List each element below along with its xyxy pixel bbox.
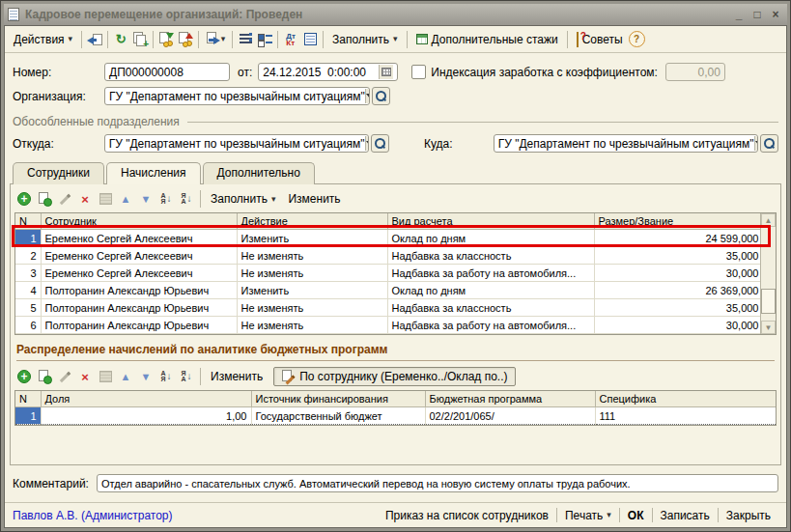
date-field[interactable]: 24.12.2015 0:00:00 [258,63,398,81]
close-button[interactable]: × [768,8,783,21]
end-edit-button[interactable] [96,367,115,386]
copy-add-icon [37,191,52,207]
selection-settings-icon [257,32,272,47]
dropdown-button[interactable] [754,136,759,151]
tab-employees[interactable]: Сотрудники [13,162,104,184]
copy-row-button[interactable] [35,189,54,209]
comment-field[interactable]: Отдел аварийно - спасательных служб. Авт… [97,474,778,492]
organization-row: Организация: ГУ "Департамент по чрезвыча… [13,87,778,105]
table-row[interactable]: 1 Еременко Сергей Алексеевич Изменить Ок… [15,230,763,247]
post-document-button[interactable] [156,30,176,49]
help-button[interactable]: ? [629,31,645,47]
save-button[interactable]: Записать [653,507,718,524]
movements-report-button[interactable] [300,30,320,49]
document-icon [8,8,19,21]
from-lookup-button[interactable] [371,134,389,153]
table-row-partial[interactable]: 7 Еременко Сергей Алексеевич Изменить Ок… [15,334,763,336]
tips-button[interactable]: ? Советы [571,30,629,49]
edit-row-button[interactable] [55,189,74,209]
cell-employee: Еременко Сергей Алексеевич [41,265,237,282]
move-down-button[interactable]: ▼ [136,367,155,386]
end-edit-icon [99,193,112,205]
scroll-up-button[interactable]: ▲ [761,213,776,227]
actions-label: Действия [14,33,65,46]
filter-label: По сотруднику (Еременко../Оклад по..) [299,370,507,383]
tab-additional[interactable]: Дополнительно [203,162,315,184]
table-row[interactable]: 6 Полторанин Александр Юрьевич Не изменя… [15,317,763,334]
list-settings-icon [238,32,253,47]
copy-add-button[interactable]: + [130,30,150,49]
cell-amount: 30,000 [594,317,763,334]
selection-settings-button[interactable] [255,30,274,49]
scroll-thumb[interactable] [761,289,776,314]
cell-amount: 35,000 [594,299,763,317]
reread-button[interactable] [85,30,104,49]
organization-lookup-button[interactable] [372,87,390,105]
indexation-checkbox[interactable] [411,65,426,79]
to-field[interactable]: ГУ "Департамент по чрезвычайным ситуация… [494,134,758,153]
refresh-button[interactable]: ↻ [111,30,130,49]
table-row[interactable]: 5 Полторанин Александр Юрьевич Не изменя… [15,299,763,317]
add-row-button[interactable]: + [14,189,34,209]
col-employee: Сотрудник [41,213,237,230]
tab-accruals[interactable]: Начисления [106,162,201,184]
table-row[interactable]: 2 Еременко Сергей Алексеевич Не изменять… [15,247,763,265]
chevron-down-icon: ▾ [271,195,276,204]
accruals-fill-button[interactable]: Заполнить ▾ [205,189,281,209]
fill-menu-button[interactable]: Заполнить ▾ [326,30,403,49]
number-field[interactable]: ДП000000008 [104,63,230,81]
fill-label: Заполнить [211,192,268,206]
chevron-down-icon: ▾ [607,511,611,519]
close-window-button[interactable]: Закрыть [719,507,778,524]
dropdown-button[interactable] [365,136,370,151]
table-row[interactable]: 4 Полторанин Александр Юрьевич Изменить … [15,282,763,299]
end-edit-button[interactable] [96,189,115,209]
current-user-label: Павлов А.В. (Администратор) [13,509,173,522]
minimize-button[interactable]: _ [731,8,747,21]
table-row[interactable]: 1 1,00 Государственный бюджет 02/2/201/0… [15,407,777,425]
go-to-button[interactable]: ▾ [202,30,229,49]
calendar-button[interactable] [379,65,393,79]
accruals-change-button[interactable]: Изменить [282,189,346,209]
table-row[interactable]: 3 Еременко Сергей Алексеевич Не изменять… [15,265,763,282]
fill-label: Заполнить [332,33,389,46]
actions-menu-button[interactable]: Действия ▾ [8,30,78,49]
extra-seniority-label: Дополнительные стажи [432,33,558,46]
print-button[interactable]: Печать ▾ [557,507,619,524]
move-up-button[interactable]: ▲ [116,189,135,209]
from-field[interactable]: ГУ "Департамент по чрезвычайным ситуация… [104,134,369,153]
chevron-down-icon [366,94,370,98]
delete-row-button[interactable]: × [75,189,95,209]
sort-desc-button[interactable]: ЯА ↓ [177,367,196,386]
unpost-document-button[interactable] [176,30,195,49]
move-up-button[interactable]: ▲ [116,367,135,386]
distribution-toolbar: + × ▲ ▼ АЯ ↓ ЯА ↓ Изменит [14,365,777,388]
add-row-button[interactable]: + [14,367,34,386]
to-lookup-button[interactable] [760,134,778,153]
col-share: Доля [41,391,251,407]
ok-button[interactable]: ОК [620,507,652,524]
cell-n: 6 [15,317,41,334]
distribution-change-button[interactable]: Изменить [205,367,268,386]
title-bar[interactable]: Кадровое перемещение организаций: Провед… [4,4,787,25]
change-label: Изменить [288,192,340,206]
edit-row-button[interactable] [55,367,74,386]
copy-row-button[interactable] [35,367,54,386]
employee-order-button[interactable]: Приказ на список сотрудников [378,507,556,524]
by-employee-filter-toggle[interactable]: По сотруднику (Еременко../Оклад по..) [273,367,515,386]
postings-dtkt-button[interactable]: ДтКт [281,30,300,49]
maximize-button[interactable]: □ [749,8,765,21]
to-value: ГУ "Департамент по чрезвычайным ситуация… [498,137,754,151]
move-down-button[interactable]: ▼ [136,189,155,209]
dropdown-button[interactable] [365,89,370,103]
vertical-scrollbar[interactable]: ▲ ▼ [760,213,776,334]
indexation-coefficient-field[interactable]: 0,00 [665,63,725,81]
sort-asc-button[interactable]: АЯ ↓ [156,189,176,209]
scroll-down-button[interactable]: ▼ [761,321,776,334]
extra-seniority-button[interactable]: Дополнительные стажи [410,30,564,49]
organization-field[interactable]: ГУ "Департамент по чрезвычайным ситуация… [104,87,370,105]
delete-row-button[interactable]: × [75,367,95,386]
list-settings-button[interactable] [236,30,255,49]
sort-asc-button[interactable]: АЯ ↓ [156,367,176,386]
sort-desc-button[interactable]: ЯА ↓ [177,189,196,209]
